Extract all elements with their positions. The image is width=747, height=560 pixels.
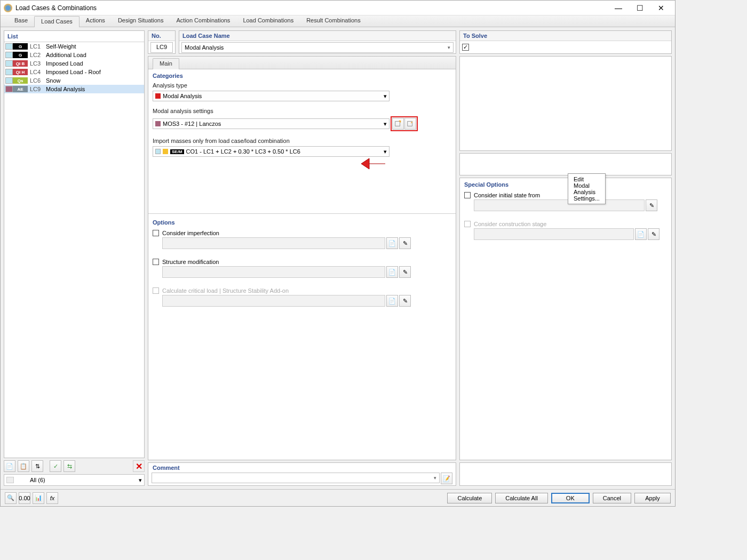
apply-button[interactable]: Apply: [634, 493, 671, 503]
edit-icon: ✎: [399, 295, 411, 307]
tab-load-combinations[interactable]: Load Combinations: [236, 15, 300, 27]
structure-mod-field[interactable]: [162, 266, 385, 278]
construction-stage-label: Consider construction stage: [474, 221, 546, 227]
import-masses-label: Import masses only from load case/load c…: [148, 137, 456, 145]
imperfection-field[interactable]: [162, 237, 385, 249]
comment-input[interactable]: ▾: [152, 473, 440, 483]
edit-settings-icon[interactable]: [404, 118, 416, 130]
special-options-title: Special Options: [460, 178, 671, 190]
new-icon[interactable]: 📄: [386, 266, 398, 278]
calculate-button[interactable]: Calculate: [447, 493, 492, 503]
edit-icon[interactable]: ✎: [399, 237, 411, 249]
analysis-type-label: Analysis type: [148, 81, 456, 90]
list-item[interactable]: GLC1Self-Weight: [4, 42, 144, 51]
calculate-all-button[interactable]: Calculate All: [495, 493, 548, 503]
options-title: Options: [148, 216, 415, 228]
comment-right-panel: [459, 462, 672, 486]
initial-state-field[interactable]: [474, 199, 645, 211]
modal-settings-label: Modal analysis settings: [148, 107, 456, 115]
construction-stage-checkbox: [464, 221, 471, 227]
help-icon[interactable]: 🔍: [5, 492, 17, 504]
critical-load-checkbox: [153, 287, 159, 294]
edit-icon[interactable]: ✎: [646, 199, 657, 211]
app-icon: [4, 4, 12, 12]
maximize-button[interactable]: ☐: [629, 2, 650, 14]
critical-load-field: [162, 295, 385, 307]
minimize-button[interactable]: —: [608, 2, 629, 14]
consider-imperfection-label: Consider imperfection: [162, 230, 219, 236]
tab-load-cases[interactable]: Load Cases: [34, 16, 80, 27]
tab-result-combinations[interactable]: Result Combinations: [300, 15, 367, 27]
svg-rect-0: [395, 122, 400, 126]
solve-header: To Solve: [460, 31, 671, 41]
copy-icon[interactable]: 📋: [18, 460, 29, 472]
list-item[interactable]: AELC9Modal Analysis: [4, 85, 144, 93]
check-icon[interactable]: ✓: [50, 460, 61, 472]
comment-edit-icon[interactable]: 📝: [441, 473, 452, 484]
comment-title: Comment: [148, 463, 456, 473]
uncheck-icon[interactable]: ⇆: [63, 460, 75, 472]
tab-actions[interactable]: Actions: [80, 15, 112, 27]
delete-button[interactable]: ✕: [133, 460, 145, 472]
units-icon[interactable]: 0.00: [19, 492, 30, 504]
list-item[interactable]: GLC2Additional Load: [4, 51, 144, 59]
new-icon[interactable]: 📄: [386, 237, 398, 249]
list-title: List: [4, 31, 144, 42]
initial-state-label: Consider initial state from: [474, 192, 540, 198]
tooltip: Edit Modal Analysis Settings...: [568, 173, 606, 204]
filter-value: All (6): [30, 477, 45, 483]
tree-icon[interactable]: 📊: [33, 492, 44, 504]
tab-design-situations[interactable]: Design Situations: [112, 15, 170, 27]
highlight-box: [391, 116, 418, 131]
import-masses-dropdown[interactable]: SE/M CO1 - LC1 + LC2 + 0.30 * LC3 + 0.50…: [153, 146, 390, 157]
filter-dropdown[interactable]: All (6) ▾: [4, 474, 145, 486]
structure-mod-label: Structure modification: [162, 259, 219, 265]
list-item[interactable]: QI BLC3Imposed Load: [4, 59, 144, 68]
tab-main[interactable]: Main: [153, 58, 179, 69]
edit-icon: ✎: [648, 228, 659, 240]
load-case-list[interactable]: GLC1Self-WeightGLC2Additional LoadQI BLC…: [4, 42, 144, 458]
no-header: No.: [148, 31, 175, 41]
name-input[interactable]: Modal Analysis▾: [181, 42, 454, 53]
tab-base[interactable]: Base: [8, 15, 34, 27]
sort-icon[interactable]: ⇅: [31, 460, 43, 472]
analysis-type-dropdown[interactable]: Modal Analysis ▾: [153, 91, 390, 101]
initial-state-checkbox[interactable]: [464, 192, 471, 198]
new-icon: 📄: [635, 228, 647, 240]
titlebar: Load Cases & Combinations — ☐ ✕: [1, 1, 675, 15]
tab-action-combinations[interactable]: Action Combinations: [170, 15, 236, 27]
categories-title: Categories: [148, 69, 456, 81]
cancel-button[interactable]: Cancel: [593, 493, 631, 503]
list-item[interactable]: QI HLC4Imposed Load - Roof: [4, 68, 144, 76]
construction-stage-field: [474, 228, 634, 240]
right-panel-top: [459, 56, 672, 151]
new-icon[interactable]: 📄: [4, 460, 15, 472]
modal-settings-dropdown[interactable]: MOS3 - #12 | Lanczos ▾: [153, 118, 390, 129]
edit-icon[interactable]: ✎: [399, 266, 411, 278]
name-header: Load Case Name: [179, 31, 456, 41]
right-panel-mid: [459, 153, 672, 175]
close-button[interactable]: ✕: [650, 2, 672, 14]
arrow-annotation-icon: [360, 157, 386, 171]
structure-mod-checkbox[interactable]: [153, 259, 159, 265]
consider-imperfection-checkbox[interactable]: [153, 230, 159, 236]
list-item[interactable]: QsLC6Snow: [4, 76, 144, 85]
ok-button[interactable]: OK: [551, 493, 590, 503]
critical-load-label: Calculate critical load | Structure Stab…: [162, 287, 289, 294]
main-tabbar: Base Load Cases Actions Design Situation…: [1, 15, 675, 27]
new-icon: 📄: [386, 295, 398, 307]
no-input[interactable]: LC9: [150, 42, 173, 53]
window-title: Load Cases & Combinations: [15, 4, 608, 12]
fx-icon[interactable]: fx: [46, 492, 58, 504]
new-settings-icon[interactable]: [392, 118, 404, 130]
to-solve-checkbox[interactable]: [462, 44, 469, 51]
